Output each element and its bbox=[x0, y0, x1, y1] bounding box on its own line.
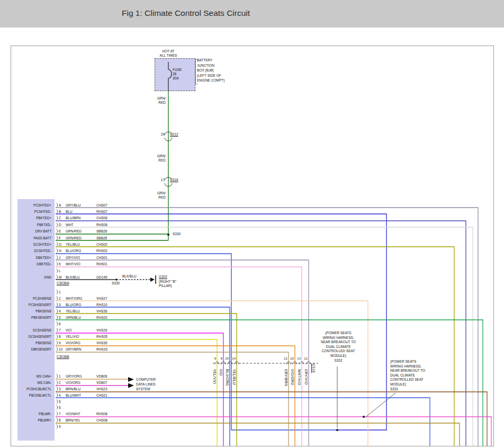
fuse-symbol bbox=[168, 62, 172, 91]
pin-row: 6 bbox=[55, 405, 139, 411]
splice-s331-note: (POWER SEATS WIRING HARNESS, NEAR BREAKO… bbox=[390, 360, 448, 391]
circuit-code-label: CHS06 bbox=[96, 216, 139, 220]
connector-c3036b-rows: 1 2 WHT/ORG VHS27 3 BLU/ORG RHS10 4 bbox=[55, 289, 139, 353]
splice-s332-dot bbox=[336, 429, 338, 431]
c316-pin-number: 21 bbox=[281, 357, 287, 360]
pin-function-label: DCSHTED- bbox=[34, 249, 51, 253]
module-pin-label bbox=[17, 289, 53, 295]
wire-color-label: GRY/ORG bbox=[66, 374, 96, 378]
pin-row: D WHT RHS06 bbox=[55, 221, 139, 228]
pin-id: 5 bbox=[59, 316, 66, 319]
c316-pin-number: 20 bbox=[287, 357, 294, 360]
pin-id: 6 bbox=[59, 406, 66, 409]
wire-color-label: BLK/BLU bbox=[66, 275, 96, 279]
pin-row: 8 BRN/YEL CHS08 bbox=[55, 417, 139, 424]
pin-id: 3 bbox=[59, 303, 66, 307]
pin-row: 7 VIO/WHT RHS08 bbox=[55, 411, 139, 417]
connector-block3-rows: 1 GRY/ORG VDB06 2 VIO/ORG VDB07 3 BRN/BL… bbox=[55, 373, 139, 429]
pin-row: A GRY/BLU CHS07 bbox=[55, 202, 139, 208]
pin-function-label: PCSHCBLWCTL bbox=[26, 387, 51, 391]
pin-row: 1 GRY/ORG VDB06 bbox=[55, 373, 139, 380]
pin-socket-icon bbox=[55, 424, 58, 429]
pin-id: F bbox=[59, 236, 66, 240]
pin-id: 7 bbox=[59, 412, 66, 416]
circuit-code-label: SBB28 bbox=[96, 236, 139, 240]
bjb-label: BATTERY JUNCTION BOX (BJB) (LEFT SIDE OF… bbox=[197, 58, 224, 83]
pin-id: L bbox=[59, 269, 66, 273]
pin-row: 1 bbox=[55, 289, 139, 295]
pin-row: G YEL/BLU CHS02 bbox=[55, 241, 139, 247]
pin-socket-icon bbox=[55, 418, 58, 423]
splice-s331-dot bbox=[363, 416, 365, 418]
vertical-wire-label: YEL/BLU bbox=[232, 369, 236, 385]
pin-socket-icon bbox=[55, 309, 58, 313]
circuit-code-label: VDB07 bbox=[96, 381, 139, 384]
pin-socket-icon bbox=[55, 275, 58, 280]
wire-color-label: BLU bbox=[66, 210, 96, 213]
circuit-code-label: VHS26 bbox=[96, 328, 139, 332]
module-pin-label: DBKTED- bbox=[17, 261, 53, 267]
module-pin-label bbox=[17, 267, 53, 274]
wire-color-label: VIO/WHT bbox=[66, 412, 96, 416]
wire-label-grn-red: GRN/ RED bbox=[145, 96, 166, 105]
circuit-code-label: VHS36 bbox=[96, 309, 139, 313]
pin-socket-icon bbox=[55, 387, 58, 391]
c316-inline-name: C316 bbox=[312, 364, 316, 373]
circuit-code-label: CHS01 bbox=[96, 256, 139, 259]
pin-socket-icon bbox=[55, 374, 58, 379]
wire-label-grn-red: GRN/ RED bbox=[145, 191, 166, 200]
pin-id: 1 bbox=[59, 374, 66, 378]
circuit-code-label: CHS07 bbox=[96, 203, 139, 207]
pin-function-label: DBKSENSRT bbox=[31, 347, 51, 351]
module-pin-label: PCSHCBLWCTL bbox=[17, 386, 53, 392]
pin-row: E GRN/RED SBB28 bbox=[55, 228, 139, 235]
pin-socket-icon bbox=[55, 315, 58, 320]
circuit-code-label: RHS01 bbox=[96, 262, 139, 266]
wire-color-label: BLU/ORG bbox=[66, 303, 96, 307]
pin-id: 5 bbox=[59, 400, 66, 404]
circuit-code-label: CHS08 bbox=[96, 418, 139, 422]
circuit-code-label: CHS02 bbox=[96, 243, 139, 246]
wire-color-label: BRN/BLU bbox=[66, 387, 96, 391]
pin-socket-icon bbox=[55, 411, 58, 416]
pin-id: 7 bbox=[59, 328, 66, 332]
pin-function-label: GND bbox=[44, 275, 51, 279]
pin-socket-icon bbox=[55, 203, 58, 208]
pin-id: 10 bbox=[59, 347, 66, 351]
wire-color-label: YEL/BLU bbox=[66, 243, 96, 246]
ground-wire-label: BLK/BLU bbox=[122, 274, 137, 279]
module-pin-label: PBCKBLWCTL bbox=[17, 392, 53, 398]
wire-color-label: BLU/BRN bbox=[66, 216, 96, 220]
module-pin-label: DRV BATT bbox=[17, 228, 53, 235]
pin-function-label: PBLWR+ bbox=[38, 418, 51, 422]
pin-function-label: PCSHTED+ bbox=[33, 203, 51, 207]
module-pin-label bbox=[17, 423, 53, 429]
c316-pin-number: 13 bbox=[294, 357, 301, 360]
pin-socket-icon bbox=[55, 405, 58, 410]
splice-s334-dot bbox=[167, 234, 169, 236]
pin-socket-icon bbox=[55, 393, 58, 398]
pin-socket-icon bbox=[55, 236, 58, 240]
wire-label-grn-red: GRN/ RED bbox=[145, 154, 166, 163]
pin-id: 6 bbox=[59, 322, 66, 326]
circuit-code-label: RHS08 bbox=[96, 412, 139, 416]
connector-c316-name: C316 bbox=[170, 178, 178, 182]
module-pin-label: MS CAN+ bbox=[17, 373, 53, 380]
pin-row: J GRY/VIO CHS01 bbox=[55, 254, 139, 261]
computer-data-lines-note: COMPUTER DATA LINES SYSTEM bbox=[136, 377, 156, 391]
module-pin-label: PBKSENS bbox=[17, 308, 53, 314]
pin-function-label: PBKSENSRT bbox=[31, 316, 51, 319]
module-pin-label: PBLWR- bbox=[17, 411, 53, 417]
pin-function-label: PASS BATT bbox=[33, 236, 51, 240]
module-pin-label: PBKSENSRT bbox=[17, 314, 53, 320]
pin-socket-icon bbox=[55, 399, 58, 404]
pin-row: 7 VIO VHS26 bbox=[55, 327, 139, 334]
pin-function-label: PBKTED+ bbox=[36, 216, 51, 220]
pin-row: 9 VIO/ORG VHS35 bbox=[55, 340, 139, 346]
module-pin-label: DBKTED+ bbox=[17, 254, 53, 261]
pin-id: B bbox=[59, 210, 66, 213]
module-pin-label: PBKTED- bbox=[17, 221, 53, 228]
pin-id: J bbox=[59, 256, 66, 259]
pin-row: B BLU RHS07 bbox=[55, 208, 139, 214]
pin-function-label: MS CAN- bbox=[37, 381, 51, 384]
